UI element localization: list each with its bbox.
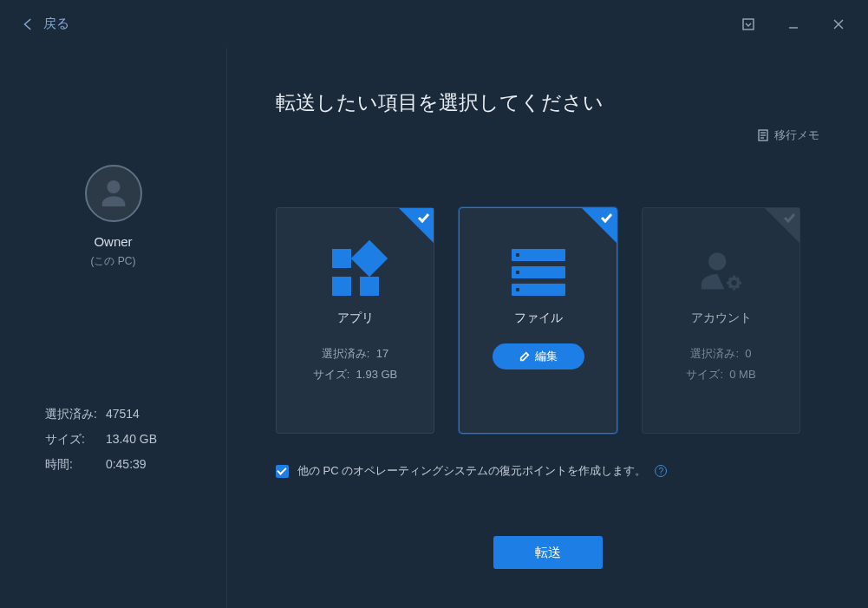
card-file-checkmark xyxy=(582,208,617,243)
titlebar: 戻る xyxy=(0,0,868,48)
file-server-icon xyxy=(460,234,617,311)
restore-point-checkbox[interactable] xyxy=(276,465,289,478)
stat-selected: 選択済み: 47514 xyxy=(45,402,157,426)
restore-point-label: 他の PC のオペレーティングシステムの復元ポイントを作成します。 xyxy=(297,463,646,479)
minimize-button[interactable] xyxy=(774,10,813,38)
help-icon[interactable]: ? xyxy=(655,465,667,477)
edit-label: 編集 xyxy=(535,349,558,364)
main-panel: 転送したい項目を選択してください 移行メモ アプリ xyxy=(227,48,868,608)
check-icon xyxy=(782,211,796,225)
account-icon xyxy=(643,234,799,311)
owner-name: Owner xyxy=(0,234,226,249)
card-app-title: アプリ xyxy=(277,311,434,326)
migration-memo-link[interactable]: 移行メモ xyxy=(757,127,819,143)
stat-size: サイズ: 13.40 GB xyxy=(45,428,157,451)
close-icon xyxy=(832,18,845,30)
check-icon xyxy=(599,211,613,225)
edit-icon xyxy=(519,351,530,362)
card-account-checkmark xyxy=(765,208,799,243)
window-controls xyxy=(729,10,858,38)
check-icon xyxy=(416,211,430,225)
svg-rect-0 xyxy=(743,19,754,29)
stat-time: 時間: 0:45:39 xyxy=(45,453,157,476)
content: Owner (この PC) 選択済み: 47514 サイズ: 13.40 GB … xyxy=(0,48,868,608)
person-gear-icon xyxy=(696,247,747,297)
app-icon xyxy=(277,234,434,311)
svg-point-2 xyxy=(729,278,738,287)
card-app[interactable]: アプリ 選択済み: 17 サイズ: 1.93 GB xyxy=(276,207,434,434)
close-button[interactable] xyxy=(819,10,858,38)
dropdown-button[interactable] xyxy=(729,10,767,38)
back-label: 戻る xyxy=(43,16,69,32)
minimize-icon xyxy=(787,18,799,30)
transfer-label: 転送 xyxy=(535,545,561,561)
card-file[interactable]: ファイル 編集 xyxy=(459,207,617,434)
edit-button[interactable]: 編集 xyxy=(493,343,584,369)
card-app-checkmark xyxy=(399,208,434,243)
arrow-left-icon xyxy=(21,16,36,32)
sidebar-stats: 選択済み: 47514 サイズ: 13.40 GB 時間: 0:45:39 xyxy=(43,401,159,478)
avatar xyxy=(85,165,142,222)
migration-memo-label: 移行メモ xyxy=(774,127,819,143)
card-file-title: ファイル xyxy=(460,311,617,326)
card-account-title: アカウント xyxy=(643,311,799,326)
owner-sub: (この PC) xyxy=(0,254,226,269)
cards-container: アプリ 選択済み: 17 サイズ: 1.93 GB xyxy=(276,207,819,434)
person-icon xyxy=(96,176,131,211)
card-account[interactable]: アカウント 選択済み: 0 サイズ: 0 MB xyxy=(642,207,800,434)
transfer-button[interactable]: 転送 xyxy=(493,536,603,569)
card-account-stats: 選択済み: 0 サイズ: 0 MB xyxy=(643,343,799,385)
back-button[interactable]: 戻る xyxy=(21,16,69,32)
sidebar: Owner (この PC) 選択済み: 47514 サイズ: 13.40 GB … xyxy=(0,48,227,608)
page-title: 転送したい項目を選択してください xyxy=(276,89,819,116)
note-icon xyxy=(757,129,769,141)
restore-point-row: 他の PC のオペレーティングシステムの復元ポイントを作成します。 ? xyxy=(276,463,819,479)
dropdown-icon xyxy=(742,18,754,30)
card-app-stats: 選択済み: 17 サイズ: 1.93 GB xyxy=(277,343,434,385)
